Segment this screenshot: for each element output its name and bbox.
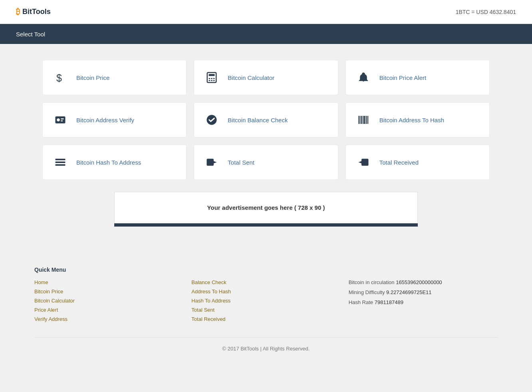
barcode-icon — [355, 114, 371, 126]
ad-banner: Your advertisement goes here ( 728 x 90 … — [114, 192, 418, 223]
svg-rect-21 — [368, 116, 368, 124]
footer-col2: . Balance Check Address To Hash Hash To … — [191, 267, 340, 325]
svg-marker-28 — [358, 161, 362, 164]
tool-grid: $ Bitcoin Price Bitcoin Calculator — [42, 60, 490, 180]
stat-mining-difficulty-value: 9.22724699725E11 — [386, 289, 432, 295]
stat-hash-rate: Hash Rate 7981187489 — [349, 299, 498, 305]
btc-price: 1BTC = USD 4632.8401 — [456, 9, 516, 15]
footer-content: Quick Menu Home Bitcoin Price Bitcoin Ca… — [34, 267, 498, 338]
footer-link-address-to-hash[interactable]: Address To Hash — [191, 289, 340, 294]
tool-label-bitcoin-address-to-hash: Bitcoin Address To Hash — [379, 117, 444, 123]
tool-card-bitcoin-address-to-hash[interactable]: Bitcoin Address To Hash — [345, 102, 490, 137]
tool-card-bitcoin-price-alert[interactable]: Bitcoin Price Alert — [345, 60, 490, 95]
stat-circulation: Bitcoin in circulation 1655396200000000 — [349, 279, 498, 285]
hamburger-menu-icon — [52, 156, 68, 168]
svg-rect-5 — [213, 78, 215, 79]
tool-label-total-sent: Total Sent — [228, 159, 254, 166]
svg-rect-14 — [358, 116, 359, 124]
tool-label-total-received: Total Received — [379, 159, 419, 166]
footer-link-bitcoin-price[interactable]: Bitcoin Price — [34, 289, 183, 294]
footer: Quick Menu Home Bitcoin Price Bitcoin Ca… — [0, 251, 532, 360]
arrow-in-icon — [355, 156, 371, 168]
stat-circulation-value: 1655396200000000 — [396, 279, 442, 285]
footer-copyright: © 2017 BitTools | All Rights Reserved. — [34, 338, 498, 352]
footer-col1: Quick Menu Home Bitcoin Price Bitcoin Ca… — [34, 267, 183, 325]
svg-point-10 — [57, 118, 60, 121]
bell-icon — [355, 72, 371, 84]
svg-rect-4 — [211, 78, 212, 79]
main-content: $ Bitcoin Price Bitcoin Calculator — [34, 44, 498, 235]
checkmark-circle-icon — [204, 114, 220, 126]
svg-rect-8 — [213, 80, 215, 81]
navbar-title: Select Tool — [16, 31, 45, 38]
tool-label-bitcoin-address-verify: Bitcoin Address Verify — [76, 117, 134, 123]
navbar: Select Tool — [0, 24, 532, 44]
svg-rect-17 — [362, 116, 363, 124]
ad-text: Your advertisement goes here ( 728 x 90 … — [207, 204, 325, 211]
footer-link-total-sent[interactable]: Total Sent — [191, 307, 340, 313]
stat-mining-difficulty: Mining Difficulty 9.22724699725E11 — [349, 289, 498, 295]
footer-link-bitcoin-calculator[interactable]: Bitcoin Calculator — [34, 298, 183, 304]
svg-rect-27 — [361, 159, 369, 166]
svg-rect-6 — [209, 80, 210, 81]
tool-card-total-sent[interactable]: Total Sent — [194, 145, 338, 180]
svg-rect-23 — [56, 161, 66, 163]
arrow-out-icon — [204, 156, 220, 168]
calculator-icon — [204, 72, 220, 84]
stat-hash-rate-value: 7981187489 — [375, 299, 403, 305]
tool-card-total-received[interactable]: Total Received — [345, 145, 490, 180]
tool-label-bitcoin-balance-check: Bitcoin Balance Check — [228, 117, 288, 123]
footer-link-home[interactable]: Home — [34, 279, 183, 285]
svg-rect-22 — [56, 159, 66, 160]
svg-rect-2 — [209, 74, 215, 76]
logo-text: BitTools — [22, 8, 51, 16]
svg-rect-20 — [366, 116, 367, 124]
ad-bar — [114, 223, 418, 227]
svg-rect-16 — [361, 116, 362, 124]
quick-menu-title: Quick Menu — [34, 267, 183, 273]
svg-rect-11 — [61, 118, 64, 119]
tool-card-bitcoin-hash-to-address[interactable]: Bitcoin Hash To Address — [42, 145, 187, 180]
svg-rect-18 — [363, 116, 365, 124]
svg-marker-26 — [213, 161, 217, 164]
footer-link-hash-to-address[interactable]: Hash To Address — [191, 298, 340, 304]
footer-link-price-alert[interactable]: Price Alert — [34, 307, 183, 313]
bitcoin-icon: ₿ — [16, 7, 20, 16]
svg-text:$: $ — [56, 72, 62, 84]
tool-label-bitcoin-price: Bitcoin Price — [76, 74, 109, 81]
svg-rect-3 — [209, 78, 210, 79]
dollar-icon: $ — [52, 72, 68, 84]
tool-card-bitcoin-calculator[interactable]: Bitcoin Calculator — [194, 60, 338, 95]
tool-card-bitcoin-price[interactable]: $ Bitcoin Price — [42, 60, 187, 95]
svg-rect-12 — [61, 120, 63, 121]
svg-rect-7 — [211, 80, 212, 81]
footer-link-verify-address[interactable]: Verify Address — [34, 316, 183, 322]
tool-card-bitcoin-balance-check[interactable]: Bitcoin Balance Check — [194, 102, 338, 137]
svg-rect-19 — [365, 116, 366, 124]
tool-label-bitcoin-hash-to-address: Bitcoin Hash To Address — [76, 159, 141, 166]
tool-label-bitcoin-price-alert: Bitcoin Price Alert — [379, 74, 427, 81]
tool-card-bitcoin-address-verify[interactable]: Bitcoin Address Verify — [42, 102, 187, 137]
svg-rect-24 — [56, 164, 66, 166]
footer-col3-stats: . Bitcoin in circulation 165539620000000… — [349, 267, 498, 325]
footer-link-total-received[interactable]: Total Received — [191, 316, 340, 322]
address-card-icon — [52, 114, 68, 126]
tool-label-bitcoin-calculator: Bitcoin Calculator — [228, 74, 274, 81]
svg-rect-15 — [360, 116, 360, 124]
footer-link-balance-check[interactable]: Balance Check — [191, 279, 340, 285]
logo[interactable]: ₿ BitTools — [16, 7, 51, 16]
header: ₿ BitTools 1BTC = USD 4632.8401 — [0, 0, 532, 24]
svg-rect-25 — [207, 159, 214, 166]
